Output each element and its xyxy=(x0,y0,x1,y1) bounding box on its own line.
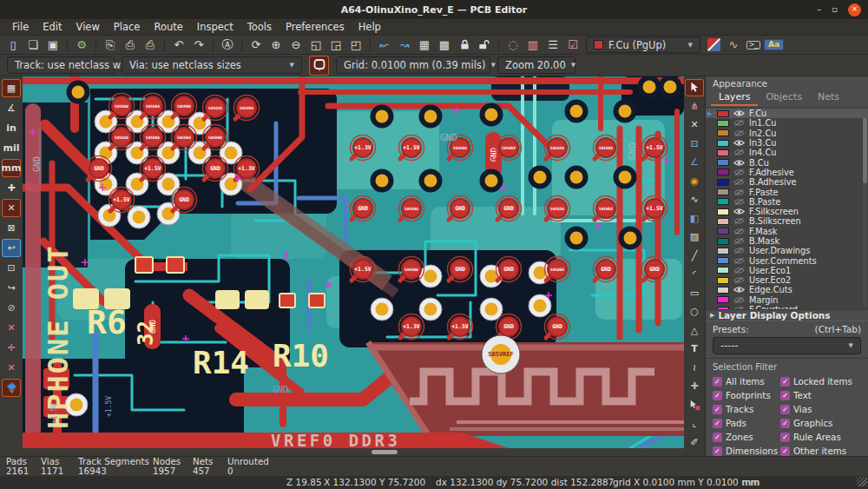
hide-netnames-icon[interactable]: ✕ xyxy=(2,359,21,377)
layer-color-swatch[interactable] xyxy=(717,159,729,166)
track-width-select[interactable]: Track: use netclass width▼ xyxy=(7,56,115,74)
tab-layers[interactable]: Layers xyxy=(711,90,758,106)
checkbox-checked-icon[interactable]: ✓ xyxy=(713,446,722,456)
draw-polygon-icon[interactable]: △ xyxy=(685,322,704,340)
zoom-select[interactable]: Zoom 20.00▼ xyxy=(497,56,575,74)
filter-all-items[interactable]: ✓All items xyxy=(713,376,780,387)
hide-crosshair-icon[interactable]: ✛ xyxy=(2,339,21,357)
layer-color-swatch[interactable] xyxy=(717,228,729,235)
eye-closed-icon[interactable] xyxy=(733,247,745,254)
netlist-icon[interactable]: ☰ xyxy=(543,36,562,54)
layer-pair-icon[interactable] xyxy=(704,36,723,54)
auto-track-width-toggle[interactable] xyxy=(309,56,329,76)
layer-color-swatch[interactable] xyxy=(717,287,729,294)
layer-color-swatch[interactable] xyxy=(717,277,729,284)
eye-closed-icon[interactable] xyxy=(733,119,745,127)
layer-row-b-cu[interactable]: B.Cu xyxy=(706,157,868,167)
save-icon[interactable]: ▣ xyxy=(43,36,62,54)
tab-nets[interactable]: Nets xyxy=(810,90,847,106)
zoom-fit-page-icon[interactable]: ◱ xyxy=(306,36,326,54)
filter-dimensions[interactable]: ✓Dimensions xyxy=(713,446,780,456)
menu-view[interactable]: View xyxy=(69,19,107,35)
layer-color-swatch[interactable] xyxy=(717,120,729,127)
eye-closed-icon[interactable] xyxy=(733,276,745,284)
new-file-icon[interactable]: ▯ xyxy=(3,36,23,54)
layer-row-user-comments[interactable]: User.Comments xyxy=(706,255,868,265)
presets-select[interactable]: -----▼ xyxy=(713,337,861,354)
checkbox-checked-icon[interactable]: ✓ xyxy=(780,419,790,428)
layer-color-swatch[interactable] xyxy=(717,140,729,147)
menu-place[interactable]: Place xyxy=(107,19,148,35)
checkbox-checked-icon[interactable]: ✓ xyxy=(780,377,790,387)
layer-color-swatch[interactable] xyxy=(717,198,729,205)
eye-closed-icon[interactable] xyxy=(733,129,745,137)
layer-row-in4-cu[interactable]: In4.Cu xyxy=(706,148,868,157)
checkbox-checked-icon[interactable]: ✓ xyxy=(713,391,722,400)
zoom-out-icon[interactable]: ⊖ xyxy=(286,36,306,54)
open-file-icon[interactable]: ❏ xyxy=(23,36,43,54)
footprint-libraries-icon[interactable]: ▥ xyxy=(523,36,542,54)
draw-rectangle-icon[interactable]: ▭ xyxy=(685,285,704,302)
select-tool-icon[interactable] xyxy=(685,79,704,96)
layer-row-f-adhesive[interactable]: F.Adhesive xyxy=(706,168,868,177)
eye-closed-icon[interactable] xyxy=(733,267,745,274)
board-setup-icon[interactable]: ⚙ xyxy=(72,36,91,54)
route-tracks-icon[interactable]: ∠ xyxy=(685,154,704,171)
layer-row-f-courtyard[interactable]: F.Courtyard xyxy=(706,305,868,309)
hscrollbar-thumb[interactable] xyxy=(372,450,398,454)
page-settings-icon[interactable]: ⎘ xyxy=(101,36,120,54)
lock-icon[interactable] xyxy=(455,36,474,54)
zoom-in-icon[interactable]: ⊕ xyxy=(266,36,286,54)
eye-closed-icon[interactable] xyxy=(733,217,745,225)
filter-vias[interactable]: ✓Vias xyxy=(780,404,861,414)
eye-closed-icon[interactable] xyxy=(733,149,745,156)
layer-row-edge-cuts[interactable]: Edge.Cuts xyxy=(706,285,868,294)
layer-row-f-cu[interactable]: ▶F.Cu xyxy=(706,109,868,118)
view-back-icon[interactable]: ↜ xyxy=(375,36,394,54)
checkbox-checked-icon[interactable]: ✓ xyxy=(780,446,790,456)
high-contrast-mode-icon[interactable] xyxy=(2,379,21,397)
layer-row-b-mask[interactable]: B.Mask xyxy=(706,236,868,246)
layer-color-swatch[interactable] xyxy=(717,248,729,254)
zoom-fit-objects-icon[interactable]: ◲ xyxy=(326,36,345,54)
unlock-icon[interactable] xyxy=(475,36,494,54)
units-mils-icon[interactable]: mil xyxy=(2,139,21,157)
checkbox-checked-icon[interactable]: ✓ xyxy=(780,433,790,442)
delete-tool-icon[interactable] xyxy=(685,397,704,414)
checkbox-checked-icon[interactable]: ✓ xyxy=(713,377,722,387)
menu-file[interactable]: File xyxy=(5,19,36,35)
layer-row-b-adhesive[interactable]: B.Adhesive xyxy=(706,177,868,187)
checkbox-checked-icon[interactable]: ✓ xyxy=(713,405,722,414)
filter-other-items[interactable]: ✓Other items xyxy=(780,446,861,456)
eye-closed-icon[interactable] xyxy=(733,237,745,245)
menu-tools[interactable]: Tools xyxy=(240,19,279,35)
menu-inspect[interactable]: Inspect xyxy=(190,19,240,35)
measure-tool-icon[interactable]: ✐ xyxy=(685,434,704,452)
resize-grip[interactable] xyxy=(857,477,867,486)
layer-color-swatch[interactable] xyxy=(717,296,729,303)
layer-color-swatch[interactable] xyxy=(717,267,729,274)
layer-row-in2-cu[interactable]: In2.Cu xyxy=(706,129,868,138)
layer-row-user-eco2[interactable]: User.Eco2 xyxy=(706,275,868,285)
layer-row-in1-cu[interactable]: In1.Cu xyxy=(706,118,868,128)
sbsvref-via[interactable]: SBSVREF xyxy=(482,335,520,373)
filter-zones[interactable]: ✓Zones xyxy=(713,432,780,442)
layer-color-swatch[interactable] xyxy=(717,110,729,117)
add-dimension-icon[interactable]: ≀ xyxy=(685,360,704,377)
checkbox-checked-icon[interactable]: ✓ xyxy=(780,405,790,414)
print-icon[interactable]: ⎙ xyxy=(121,36,140,54)
layer-row-f-paste[interactable]: F.Paste xyxy=(706,187,868,196)
layer-display-options[interactable]: ▶ Layer Display Options xyxy=(706,309,868,321)
add-text-icon[interactable]: T xyxy=(685,340,704,358)
undo-icon[interactable]: ↶ xyxy=(169,36,188,54)
eye-open-icon[interactable] xyxy=(733,159,745,167)
maximize-button[interactable]: ▫ xyxy=(832,5,838,14)
plot-icon[interactable]: ⎙ xyxy=(141,36,160,54)
menu-preferences[interactable]: Preferences xyxy=(279,19,352,35)
filter-tracks[interactable]: ✓Tracks xyxy=(713,404,780,414)
layer-color-swatch[interactable] xyxy=(717,208,729,215)
highlight-net-icon[interactable]: ⋔ xyxy=(685,98,704,116)
cursor-style-icon[interactable]: ✚ xyxy=(2,179,21,197)
tab-objects[interactable]: Objects xyxy=(758,90,810,106)
layer-row-f-mask[interactable]: F.Mask xyxy=(706,227,868,236)
